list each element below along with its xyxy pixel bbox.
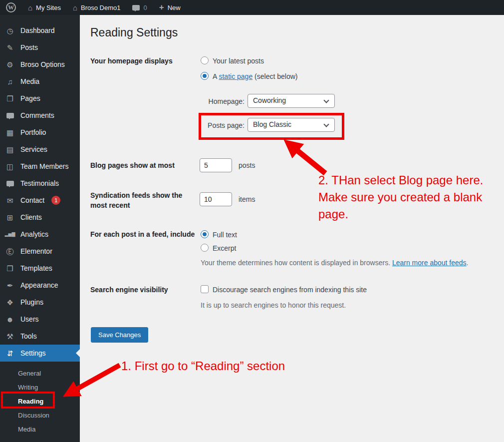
- annotation-step2-line3: page.: [318, 206, 483, 223]
- plus-icon: +: [159, 2, 164, 12]
- learn-more-feeds-link[interactable]: Learn more about feeds: [392, 259, 467, 267]
- home-icon: ⌂: [73, 4, 77, 11]
- sidebar-item-label: Elementor: [20, 247, 52, 255]
- sidebar-item-elementor[interactable]: ⒺElementor: [0, 243, 80, 260]
- id-card-icon: ◫: [4, 163, 15, 170]
- sidebar-item-label: Dashboard: [20, 26, 55, 34]
- bar-chart-icon: ▂▅▇: [4, 232, 15, 237]
- site-name-label: Broso Demo1: [81, 4, 120, 11]
- sidebar-item-label: Media: [20, 77, 39, 85]
- sidebar-item-label: Templates: [20, 264, 52, 272]
- radio-excerpt[interactable]: [201, 244, 209, 252]
- radio-full-text[interactable]: [201, 230, 209, 238]
- comments-menu[interactable]: 0: [126, 0, 153, 15]
- sidebar-item-label: Posts: [20, 43, 38, 51]
- my-sites-menu[interactable]: ⌂ My Sites: [22, 0, 67, 15]
- my-sites-label: My Sites: [36, 4, 61, 11]
- sidebar-item-pages[interactable]: ❐Pages: [0, 90, 80, 107]
- save-changes-button[interactable]: Save Changes: [91, 327, 148, 343]
- gear-icon: ⚙: [4, 61, 15, 68]
- sidebar-item-label: Services: [20, 145, 47, 153]
- static-page-suffix: (select below): [252, 72, 297, 80]
- feed-note-text: Your theme determines how content is dis…: [201, 259, 392, 267]
- posts-page-select[interactable]: Blog Classic: [248, 118, 335, 132]
- radio-latest-posts-label: Your latest posts: [213, 57, 264, 65]
- homepage-displays-label: Your homepage displays: [90, 56, 195, 66]
- submenu-item-writing[interactable]: Writing: [0, 381, 80, 395]
- sidebar-item-settings[interactable]: ⇵Settings: [0, 345, 80, 362]
- sidebar-item-plugins[interactable]: ❖Plugins: [0, 294, 80, 311]
- elementor-icon: Ⓔ: [4, 248, 15, 255]
- sidebar-item-comments[interactable]: Comments: [0, 107, 80, 124]
- chevron-down-icon: [323, 121, 329, 127]
- new-content-menu[interactable]: + New: [153, 0, 187, 15]
- chevron-down-icon: [323, 97, 329, 103]
- homepage-select-label: Homepage:: [180, 97, 245, 105]
- discourage-indexing-label: Discourage search engines from indexing …: [213, 286, 367, 294]
- media-icon: ♫: [4, 78, 15, 85]
- static-page-link[interactable]: static page: [219, 72, 252, 80]
- syndication-unit: items: [239, 195, 255, 203]
- sidebar-item-templates[interactable]: ❒Templates: [0, 260, 80, 277]
- envelope-icon: ✉: [4, 197, 15, 204]
- syndication-label: Syndication feeds show the most recent: [90, 190, 195, 210]
- sidebar-item-team-members[interactable]: ◫Team Members: [0, 158, 80, 175]
- sidebar-item-dashboard[interactable]: ◷Dashboard: [0, 22, 80, 39]
- admin-sidebar: ◷Dashboard✎Posts⚙Broso Options♫Media❐Pag…: [0, 15, 80, 442]
- sidebar-item-label: Tools: [20, 332, 37, 340]
- wrench-icon: ⚒: [4, 333, 15, 340]
- homepage-select[interactable]: Coworking: [248, 94, 335, 108]
- sidebar-item-label: Users: [20, 315, 39, 323]
- sidebar-item-contact[interactable]: ✉Contact1: [0, 192, 80, 209]
- sidebar-item-users[interactable]: ☻Users: [0, 311, 80, 328]
- posts-page-select-value: Blog Classic: [253, 120, 291, 128]
- static-page-prefix: A: [213, 72, 219, 80]
- blog-pages-label: Blog pages show at most: [90, 160, 195, 170]
- sidebar-item-portfolio[interactable]: ▦Portfolio: [0, 124, 80, 141]
- grid-icon: ⊞: [4, 214, 15, 221]
- pushpin-icon: ✎: [4, 44, 15, 51]
- radio-static-page[interactable]: [201, 72, 209, 80]
- submenu-item-discussion[interactable]: Discussion: [0, 409, 80, 423]
- plugin-icon: ❖: [4, 299, 15, 306]
- folder-icon: ❒: [4, 265, 15, 272]
- sidebar-item-label: Contact: [20, 196, 44, 204]
- sidebar-item-label: Comments: [20, 111, 54, 119]
- sidebar-item-label: Appearance: [20, 281, 58, 289]
- pages-icon: ❐: [4, 95, 15, 102]
- wordpress-logo-menu[interactable]: W: [0, 0, 22, 15]
- sidebar-item-tools[interactable]: ⚒Tools: [0, 328, 80, 345]
- sidebar-item-label: Plugins: [20, 298, 43, 306]
- admin-bar: W ⌂ My Sites ⌂ Broso Demo1 0 + New: [0, 0, 504, 15]
- new-label: New: [168, 4, 181, 11]
- sliders-icon: ⇵: [4, 350, 15, 357]
- blog-pages-unit: posts: [239, 161, 255, 169]
- testimonial-bubble-icon: [6, 181, 14, 186]
- submenu-item-media[interactable]: Media: [0, 423, 80, 437]
- discourage-indexing-checkbox[interactable]: [201, 285, 209, 293]
- blog-pages-input[interactable]: [200, 158, 232, 172]
- radio-latest-posts[interactable]: [201, 56, 209, 64]
- dashboard-icon: ◷: [4, 27, 15, 34]
- sidebar-item-testimonials[interactable]: Testimonials: [0, 175, 80, 192]
- submenu-item-reading[interactable]: Reading: [0, 395, 80, 409]
- radio-static-page-label: A static page (select below): [213, 72, 297, 80]
- annotation-step2-text: 2. THan select Blog page here. Make sure…: [318, 172, 483, 223]
- sidebar-item-services[interactable]: ▤Services: [0, 141, 80, 158]
- sidebar-item-posts[interactable]: ✎Posts: [0, 39, 80, 56]
- site-name-menu[interactable]: ⌂ Broso Demo1: [67, 0, 127, 15]
- sidebar-item-appearance[interactable]: ✒Appearance: [0, 277, 80, 294]
- sidebar-item-label: Broso Options: [20, 60, 65, 68]
- settings-submenu: GeneralWritingReadingDiscussionMedia: [0, 362, 80, 437]
- sidebar-item-label: Settings: [20, 349, 46, 357]
- sidebar-item-label: Team Members: [20, 162, 68, 170]
- sidebar-item-clients[interactable]: ⊞Clients: [0, 209, 80, 226]
- sidebar-item-media[interactable]: ♫Media: [0, 73, 80, 90]
- syndication-input[interactable]: [200, 192, 232, 206]
- annotation-step2-line2: Make sure you created a blank: [318, 189, 483, 206]
- sidebar-item-analytics[interactable]: ▂▅▇Analytics: [0, 226, 80, 243]
- submenu-item-general[interactable]: General: [0, 367, 80, 381]
- brush-icon: ✒: [4, 282, 15, 289]
- sidebar-item-broso-options[interactable]: ⚙Broso Options: [0, 56, 80, 73]
- comment-bubble-icon: [4, 112, 15, 119]
